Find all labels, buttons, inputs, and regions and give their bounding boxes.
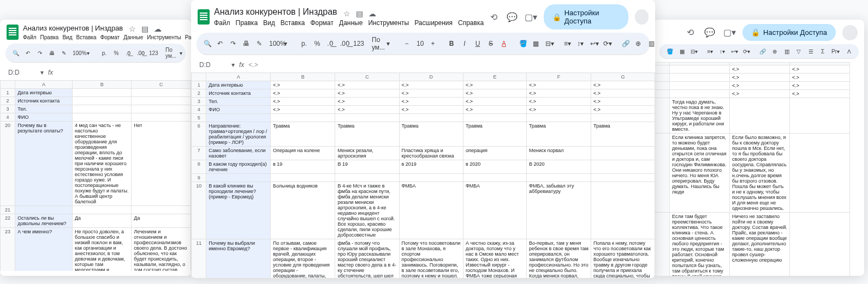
menu-ext[interactable]: Расширения xyxy=(185,34,191,40)
table-row[interactable]: <.><.> xyxy=(655,74,850,82)
addons-icon[interactable]: Рг▾ xyxy=(830,47,840,56)
currency[interactable]: р. xyxy=(99,49,109,57)
redo-icon[interactable]: ↷ xyxy=(228,39,238,49)
paint-icon[interactable]: ✎ xyxy=(254,39,264,49)
rotate-icon[interactable]: ⟳▾ xyxy=(602,39,611,49)
currency[interactable]: р. xyxy=(299,39,309,49)
menu-tools[interactable]: Инструменты xyxy=(368,19,409,27)
table-row[interactable]: <.><.> xyxy=(655,82,850,90)
link-icon[interactable]: 🔗 xyxy=(758,47,768,56)
insert-comment-icon[interactable]: ⊕ xyxy=(633,39,643,49)
redo-icon[interactable]: ↷ xyxy=(35,49,45,57)
move-icon[interactable]: ▤ xyxy=(141,25,148,33)
strike[interactable]: S xyxy=(486,39,496,49)
table-row[interactable]: 4ФИО<.><.><.><.><.><.> xyxy=(192,106,655,114)
comment-icon[interactable]: 💬 xyxy=(506,10,518,23)
cloud-icon[interactable]: ☁ xyxy=(368,9,376,18)
history-icon[interactable]: ⟲ xyxy=(488,10,500,23)
filter-views-icon[interactable]: ☰ xyxy=(806,47,816,56)
spreadsheet-grid[interactable]: ABCDEFG1Дата интервью<.><.><.><.><.><.>2… xyxy=(191,72,655,278)
menu-view[interactable]: Вид xyxy=(62,34,72,40)
merge-icon[interactable]: ⊟▾ xyxy=(689,47,699,56)
fs-dec[interactable]: − xyxy=(402,39,412,49)
wrap-icon[interactable]: ↩▾ xyxy=(588,39,598,49)
chart-icon[interactable]: ▥ xyxy=(646,39,655,49)
menu-ext[interactable]: Расширения xyxy=(414,19,453,27)
collapse-toolbar-icon[interactable]: ᐱ xyxy=(844,47,854,56)
link-icon[interactable]: 🔗 xyxy=(620,39,630,49)
paint-icon[interactable]: ✎ xyxy=(59,49,69,57)
halign-icon[interactable]: ≡▾ xyxy=(562,39,572,49)
print-icon[interactable]: 🖶 xyxy=(241,39,251,49)
chart-icon[interactable]: ▥ xyxy=(782,47,792,56)
star-icon[interactable]: ☆ xyxy=(343,9,350,18)
table-row[interactable]: 20Почему вы в результате оплаты?4 мед са… xyxy=(1,122,191,206)
wrap-icon[interactable]: ↩▾ xyxy=(729,47,739,56)
table-row[interactable]: 5 xyxy=(192,114,655,122)
table-row[interactable]: 3Тел.<.><.><.><.><.><.> xyxy=(192,98,655,106)
menu-format[interactable]: Формат xyxy=(310,19,334,27)
table-row[interactable]: 3Тел. xyxy=(1,105,191,113)
search-icon[interactable]: 🔍 xyxy=(202,39,212,49)
comment-icon[interactable]: 💬 xyxy=(703,26,716,39)
table-row[interactable]: Если там будет преемственность коллектив… xyxy=(655,213,850,276)
table-row[interactable]: 6Направление: травма+ортопедия / лор / р… xyxy=(192,122,655,147)
menu-file[interactable]: Файл xyxy=(214,19,230,27)
move-icon[interactable]: ▤ xyxy=(356,9,363,18)
history-icon[interactable]: ⟲ xyxy=(683,26,697,39)
menu-insert[interactable]: Вставка xyxy=(281,19,305,27)
percent[interactable]: % xyxy=(312,39,322,49)
table-row[interactable]: 1Дата интервью<.><.><.><.><.><.> xyxy=(192,81,655,89)
menu-format[interactable]: Формат xyxy=(100,34,120,40)
valign-icon[interactable]: ↕▾ xyxy=(717,47,727,56)
dec-inc[interactable]: .00͟ xyxy=(135,49,145,57)
valign-icon[interactable]: ↕▾ xyxy=(575,39,585,49)
doc-title[interactable]: Анализ конкурентов | Инздрав xyxy=(214,7,337,16)
undo-icon[interactable]: ↶ xyxy=(215,39,225,49)
spreadsheet-grid[interactable]: <.><.><.><.><.><.><.><.>Тогда надо думат… xyxy=(654,62,864,276)
zoom[interactable]: 100% xyxy=(267,39,277,49)
num-format[interactable]: 123 xyxy=(147,49,157,57)
share-button[interactable]: 🔒 Настройки Доступа xyxy=(742,24,836,41)
meet-icon[interactable]: ▢▾ xyxy=(525,10,537,23)
table-row[interactable]: 11Почему вы выбрали именно Евромед?По от… xyxy=(192,239,655,279)
spreadsheet-grid[interactable]: ABC1Дата интервью2Источник контакта3Тел.… xyxy=(0,80,191,271)
rotate-icon[interactable]: ⟳▾ xyxy=(741,47,751,56)
fontname[interactable]: По ум... xyxy=(370,35,380,52)
table-row[interactable]: 4ФИО xyxy=(1,113,191,122)
insert-comment-icon[interactable]: ⊕ xyxy=(770,47,780,56)
table-row[interactable]: 2Источник контакта<.><.><.><.><.><.> xyxy=(192,89,655,98)
table-row[interactable]: Тогда надо думать, честно пока в не знаю… xyxy=(655,98,850,134)
menu-insert[interactable]: Вставка xyxy=(76,34,96,40)
borders-icon[interactable]: ▦ xyxy=(677,47,687,56)
doc-title[interactable]: Анализ конкурентов | Инздрав xyxy=(23,24,123,32)
table-row[interactable]: 2Источник контакта xyxy=(1,97,191,105)
fontsize[interactable]: 10 xyxy=(415,39,425,49)
menu-help[interactable]: Справка xyxy=(458,19,484,27)
percent[interactable]: % xyxy=(111,49,121,57)
cloud-icon[interactable]: ☁ xyxy=(154,25,162,33)
table-row[interactable]: 22Остались ли вы довольны лечением?ДаДа xyxy=(1,214,191,228)
avatar[interactable] xyxy=(635,9,649,25)
table-row[interactable]: 1Дата интервью xyxy=(1,89,191,97)
table-row[interactable]: 10В какой клинике вы проходили лечение? … xyxy=(192,182,655,239)
menu-view[interactable]: Вид xyxy=(263,19,275,27)
print-icon[interactable]: 🖶 xyxy=(47,49,57,57)
table-row[interactable]: <.><.> xyxy=(655,65,850,74)
zoom[interactable]: 100% xyxy=(71,49,81,57)
table-row[interactable]: 7Само заболевание, если назоветОперация … xyxy=(192,147,655,160)
table-row[interactable]: <.><.> xyxy=(655,90,850,98)
merge-icon[interactable]: ⊟▾ xyxy=(544,39,554,49)
text-color[interactable]: A xyxy=(499,39,509,49)
share-button[interactable]: 🔒 Настройки Доступа xyxy=(544,4,628,29)
fill-color-icon[interactable]: 🪣 xyxy=(518,39,527,49)
fontname[interactable]: По ум... xyxy=(164,46,174,60)
table-row[interactable]: 9 xyxy=(192,174,655,182)
menu-tools[interactable]: Инструменты xyxy=(147,34,181,40)
table-row[interactable]: 21 xyxy=(1,206,191,214)
star-icon[interactable]: ☆ xyxy=(129,25,136,33)
menu-edit[interactable]: Правка xyxy=(40,34,59,40)
undo-icon[interactable]: ↶ xyxy=(23,49,33,57)
fs-inc[interactable]: + xyxy=(428,39,438,49)
borders-icon[interactable]: ▦ xyxy=(531,39,540,49)
